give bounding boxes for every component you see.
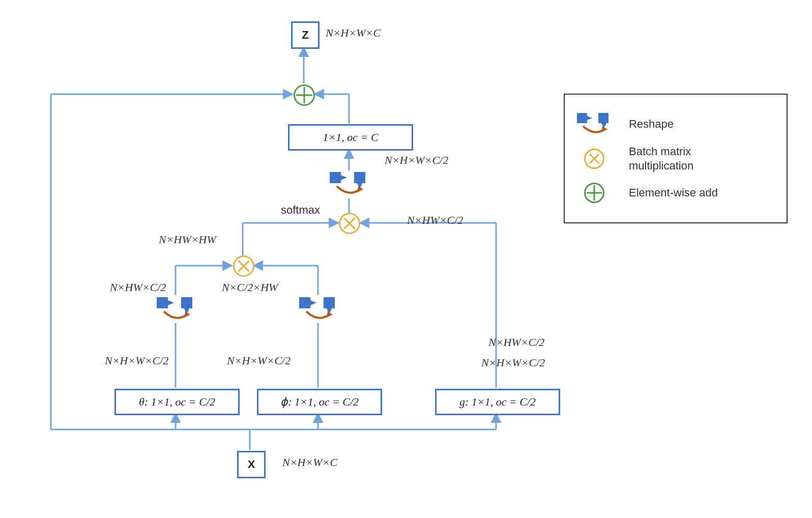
shape-phi-conv: N×H×W×C/2 [227,354,291,367]
shape-theta-reshape: N×HW×C/2 [110,281,166,294]
shape-phi-reshape: N×C/2×HW [222,281,278,294]
node-phi: ϕ: 1×1, oc = C/2 [257,389,382,415]
softmax-label: softmax [281,204,320,217]
legend-add-text: Element-wise add [629,186,718,200]
legend-reshape-text: Reshape [629,117,674,131]
shape-z: N×H×W×C [326,26,381,40]
op-matmul-2 [339,213,360,234]
node-conv-out: 1×1, oc = C [288,124,413,151]
svg-rect-24 [181,297,192,308]
reshape-icon-phi [295,294,342,324]
legend-matmul-text: Batch matrix multiplication [629,145,693,172]
op-matmul-1 [233,255,254,277]
svg-rect-34 [354,172,365,183]
svg-marker-33 [341,175,347,180]
reshape-icon-theta [153,294,199,324]
reshape-icon-out [326,169,372,198]
svg-rect-22 [157,297,168,308]
add-icon [574,180,615,206]
shape-g-line2: N×H×W×C/2 [481,356,545,369]
reshape-icon [574,111,615,137]
shape-after-convout: N×H×W×C/2 [385,154,448,167]
shape-mul1-out: N×HW×HW [159,233,216,246]
node-theta: θ: 1×1, oc = C/2 [114,389,240,415]
svg-marker-23 [168,300,174,305]
node-z: Z [291,21,320,49]
edges-layer [0,0,812,518]
node-theta-label: θ: 1×1, oc = C/2 [139,395,215,409]
legend-row-add: Element-wise add [574,180,773,206]
shape-theta-conv: N×H×W×C/2 [105,354,168,367]
node-g: g: 1×1, oc = C/2 [435,389,560,415]
legend: Reshape Batch matrix multiplication Elem… [564,94,788,223]
node-x: X [237,451,266,478]
legend-row-reshape: Reshape [574,111,773,137]
svg-rect-39 [598,113,608,123]
legend-row-matmul: Batch matrix multiplication [574,145,773,172]
svg-rect-32 [330,172,341,183]
svg-rect-37 [577,113,587,123]
op-elementwise-add [294,84,315,106]
svg-marker-28 [310,300,316,305]
node-phi-label: ϕ: 1×1, oc = C/2 [280,395,359,409]
shape-g-line1: N×HW×C/2 [488,336,544,349]
shape-mul2-in: N×HW×C/2 [407,214,463,227]
node-g-label: g: 1×1, oc = C/2 [459,395,536,409]
node-z-label: Z [302,28,308,42]
svg-rect-27 [299,297,310,308]
shape-x: N×H×W×C [282,456,337,469]
matmul-icon [574,146,615,172]
diagram-canvas: { "nodes": { "z": { "label": "Z", "shape… [0,0,812,518]
node-x-label: X [248,458,255,471]
svg-marker-38 [587,116,592,120]
node-conv-out-label: 1×1, oc = C [323,131,378,144]
svg-rect-29 [324,297,335,308]
